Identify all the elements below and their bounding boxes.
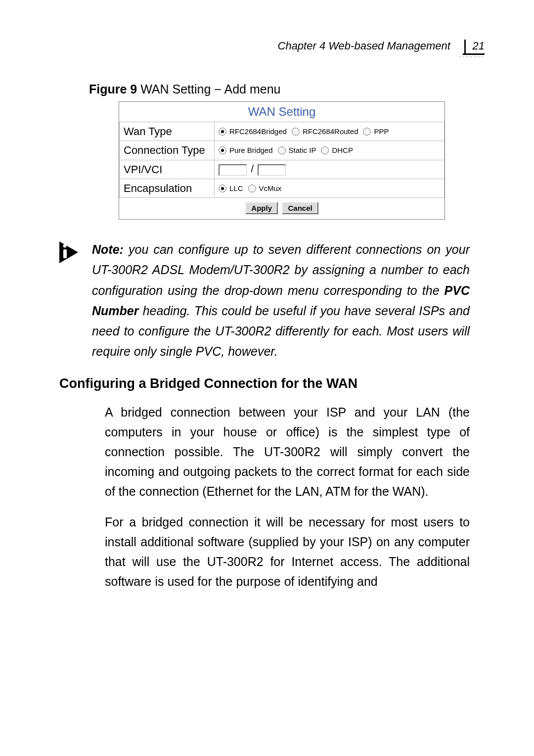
cell-connection-type-options: Pure Bridged Static IP DHCP <box>215 141 445 160</box>
section-heading: Configuring a Bridged Connection for the… <box>59 376 485 391</box>
figure-label: Figure 9 <box>89 82 137 96</box>
note-body-2: heading. This could be useful if you hav… <box>92 304 470 359</box>
cell-vpi-vci-inputs: / <box>215 160 445 179</box>
opt-static-ip: Static IP <box>289 146 316 154</box>
page-number: 21 <box>464 40 485 53</box>
row-vpi-vci: VPI/VCI / <box>120 160 445 179</box>
figure-title: WAN Setting − Add menu <box>137 82 280 96</box>
radio-rfc2684bridged[interactable] <box>219 128 226 136</box>
radio-vcmux[interactable] <box>248 185 256 192</box>
opt-pure-bridged: Pure Bridged <box>229 146 273 154</box>
opt-dhcp: DHCP <box>332 146 353 154</box>
cancel-button[interactable]: Cancel <box>282 202 318 214</box>
apply-button[interactable]: Apply <box>245 202 278 214</box>
opt-rfc2684bridged: RFC2684Bridged <box>229 127 287 136</box>
vpi-vci-separator: / <box>251 163 254 174</box>
opt-vcmux: VcMux <box>259 184 282 192</box>
figure-caption: Figure 9 WAN Setting − Add menu <box>89 82 485 96</box>
paragraph-2: For a bridged connection it will be nece… <box>105 512 470 591</box>
svg-rect-2 <box>63 249 67 258</box>
note-text: Note: you can configure up to seven diff… <box>92 239 470 362</box>
opt-llc: LLC <box>229 184 243 192</box>
page-header: Chapter 4 Web-based Management 21 · · · … <box>59 40 485 59</box>
decorative-dots: · · · · · · · <box>459 54 485 59</box>
radio-rfc2684routed[interactable] <box>292 128 300 136</box>
radio-llc[interactable] <box>219 185 226 192</box>
radio-dhcp[interactable] <box>321 146 329 154</box>
page-number-box: 21 · · · · · · · <box>459 40 485 59</box>
vpi-input[interactable] <box>219 164 247 176</box>
vci-input[interactable] <box>258 164 286 176</box>
opt-rfc2684routed: RFC2684Routed <box>303 127 358 136</box>
wan-setting-heading: WAN Setting <box>119 102 445 122</box>
row-encapsulation: Encapsulation LLC VcMux <box>120 179 445 197</box>
label-wan-type: Wan Type <box>120 122 215 141</box>
radio-static-ip[interactable] <box>278 146 286 154</box>
label-connection-type: Connection Type <box>120 141 215 160</box>
info-icon <box>59 241 83 265</box>
cell-wan-type-options: RFC2684Bridged RFC2684Routed PPP <box>215 122 445 141</box>
svg-marker-0 <box>59 241 78 263</box>
note-lead: Note: <box>92 242 124 256</box>
row-connection-type: Connection Type Pure Bridged Static IP D… <box>120 141 445 160</box>
row-wan-type: Wan Type RFC2684Bridged RFC2684Routed PP… <box>120 122 445 141</box>
svg-point-1 <box>63 244 67 248</box>
cell-encapsulation-options: LLC VcMux <box>215 179 445 197</box>
radio-pure-bridged[interactable] <box>219 146 226 154</box>
paragraph-1: A bridged connection between your ISP an… <box>105 402 470 501</box>
wan-button-row: Apply Cancel <box>119 198 445 219</box>
wan-setting-panel: WAN Setting Wan Type RFC2684Bridged RFC2… <box>119 101 445 220</box>
opt-ppp: PPP <box>374 127 389 136</box>
chapter-title: Chapter 4 Web-based Management <box>278 40 450 52</box>
label-vpi-vci: VPI/VCI <box>120 160 215 179</box>
note-body-1: you can configure up to seven different … <box>92 242 470 297</box>
radio-ppp[interactable] <box>363 128 371 136</box>
wan-setting-table: Wan Type RFC2684Bridged RFC2684Routed PP… <box>119 122 445 198</box>
label-encapsulation: Encapsulation <box>120 179 215 197</box>
note-block: Note: you can configure up to seven diff… <box>59 239 470 362</box>
